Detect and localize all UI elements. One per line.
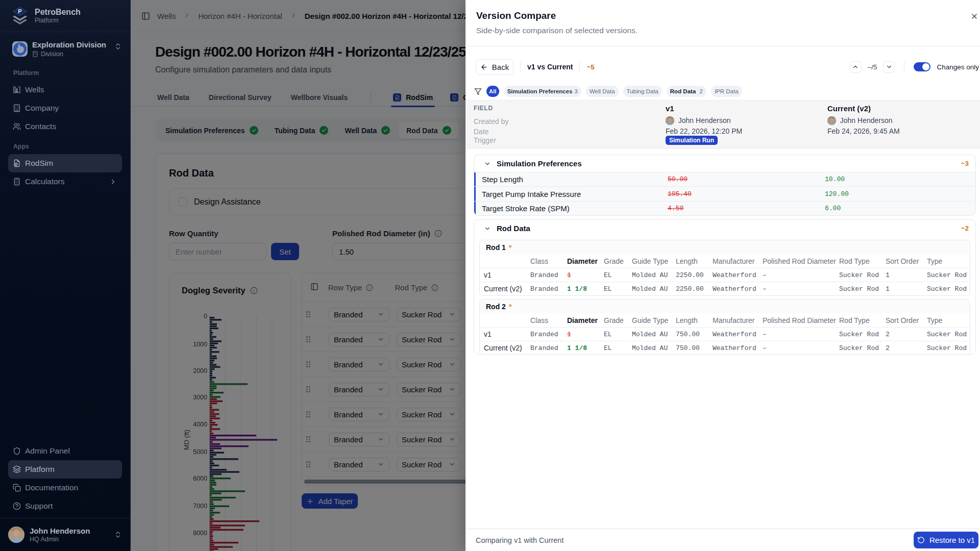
svg-text:P: P <box>18 8 21 14</box>
